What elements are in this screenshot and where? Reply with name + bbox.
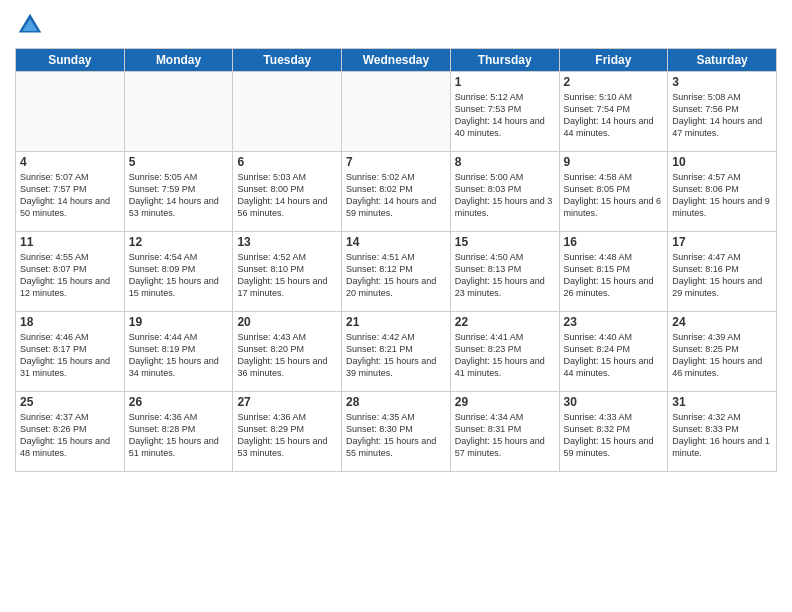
weekday-header-wednesday: Wednesday bbox=[342, 49, 451, 72]
cell-content: Sunrise: 4:58 AMSunset: 8:05 PMDaylight:… bbox=[564, 171, 664, 220]
day-number: 25 bbox=[20, 395, 120, 409]
calendar-cell-30: 30Sunrise: 4:33 AMSunset: 8:32 PMDayligh… bbox=[559, 392, 668, 472]
day-number: 9 bbox=[564, 155, 664, 169]
cell-content: Sunrise: 4:46 AMSunset: 8:17 PMDaylight:… bbox=[20, 331, 120, 380]
day-number: 10 bbox=[672, 155, 772, 169]
weekday-header-sunday: Sunday bbox=[16, 49, 125, 72]
calendar-cell-empty bbox=[124, 72, 233, 152]
calendar-cell-13: 13Sunrise: 4:52 AMSunset: 8:10 PMDayligh… bbox=[233, 232, 342, 312]
cell-content: Sunrise: 4:32 AMSunset: 8:33 PMDaylight:… bbox=[672, 411, 772, 460]
calendar-cell-19: 19Sunrise: 4:44 AMSunset: 8:19 PMDayligh… bbox=[124, 312, 233, 392]
weekday-header-tuesday: Tuesday bbox=[233, 49, 342, 72]
day-number: 28 bbox=[346, 395, 446, 409]
calendar-cell-1: 1Sunrise: 5:12 AMSunset: 7:53 PMDaylight… bbox=[450, 72, 559, 152]
calendar-cell-3: 3Sunrise: 5:08 AMSunset: 7:56 PMDaylight… bbox=[668, 72, 777, 152]
weekday-header-thursday: Thursday bbox=[450, 49, 559, 72]
cell-content: Sunrise: 4:54 AMSunset: 8:09 PMDaylight:… bbox=[129, 251, 229, 300]
cell-content: Sunrise: 4:37 AMSunset: 8:26 PMDaylight:… bbox=[20, 411, 120, 460]
day-number: 1 bbox=[455, 75, 555, 89]
calendar-row-0: 1Sunrise: 5:12 AMSunset: 7:53 PMDaylight… bbox=[16, 72, 777, 152]
calendar-cell-16: 16Sunrise: 4:48 AMSunset: 8:15 PMDayligh… bbox=[559, 232, 668, 312]
cell-content: Sunrise: 5:07 AMSunset: 7:57 PMDaylight:… bbox=[20, 171, 120, 220]
cell-content: Sunrise: 4:41 AMSunset: 8:23 PMDaylight:… bbox=[455, 331, 555, 380]
day-number: 26 bbox=[129, 395, 229, 409]
cell-content: Sunrise: 4:52 AMSunset: 8:10 PMDaylight:… bbox=[237, 251, 337, 300]
cell-content: Sunrise: 4:55 AMSunset: 8:07 PMDaylight:… bbox=[20, 251, 120, 300]
calendar-cell-25: 25Sunrise: 4:37 AMSunset: 8:26 PMDayligh… bbox=[16, 392, 125, 472]
day-number: 6 bbox=[237, 155, 337, 169]
calendar-cell-14: 14Sunrise: 4:51 AMSunset: 8:12 PMDayligh… bbox=[342, 232, 451, 312]
cell-content: Sunrise: 4:40 AMSunset: 8:24 PMDaylight:… bbox=[564, 331, 664, 380]
calendar-cell-31: 31Sunrise: 4:32 AMSunset: 8:33 PMDayligh… bbox=[668, 392, 777, 472]
day-number: 5 bbox=[129, 155, 229, 169]
day-number: 24 bbox=[672, 315, 772, 329]
logo-icon bbox=[15, 10, 45, 40]
calendar-cell-7: 7Sunrise: 5:02 AMSunset: 8:02 PMDaylight… bbox=[342, 152, 451, 232]
cell-content: Sunrise: 5:00 AMSunset: 8:03 PMDaylight:… bbox=[455, 171, 555, 220]
calendar-cell-8: 8Sunrise: 5:00 AMSunset: 8:03 PMDaylight… bbox=[450, 152, 559, 232]
calendar-cell-12: 12Sunrise: 4:54 AMSunset: 8:09 PMDayligh… bbox=[124, 232, 233, 312]
cell-content: Sunrise: 5:08 AMSunset: 7:56 PMDaylight:… bbox=[672, 91, 772, 140]
day-number: 2 bbox=[564, 75, 664, 89]
calendar-cell-2: 2Sunrise: 5:10 AMSunset: 7:54 PMDaylight… bbox=[559, 72, 668, 152]
day-number: 20 bbox=[237, 315, 337, 329]
cell-content: Sunrise: 4:39 AMSunset: 8:25 PMDaylight:… bbox=[672, 331, 772, 380]
day-number: 22 bbox=[455, 315, 555, 329]
calendar-cell-17: 17Sunrise: 4:47 AMSunset: 8:16 PMDayligh… bbox=[668, 232, 777, 312]
day-number: 29 bbox=[455, 395, 555, 409]
day-number: 18 bbox=[20, 315, 120, 329]
day-number: 23 bbox=[564, 315, 664, 329]
day-number: 12 bbox=[129, 235, 229, 249]
weekday-header-saturday: Saturday bbox=[668, 49, 777, 72]
day-number: 11 bbox=[20, 235, 120, 249]
calendar-cell-23: 23Sunrise: 4:40 AMSunset: 8:24 PMDayligh… bbox=[559, 312, 668, 392]
weekday-header-monday: Monday bbox=[124, 49, 233, 72]
calendar-cell-29: 29Sunrise: 4:34 AMSunset: 8:31 PMDayligh… bbox=[450, 392, 559, 472]
calendar-cell-empty bbox=[342, 72, 451, 152]
cell-content: Sunrise: 4:34 AMSunset: 8:31 PMDaylight:… bbox=[455, 411, 555, 460]
calendar-cell-11: 11Sunrise: 4:55 AMSunset: 8:07 PMDayligh… bbox=[16, 232, 125, 312]
day-number: 7 bbox=[346, 155, 446, 169]
calendar-table: SundayMondayTuesdayWednesdayThursdayFrid… bbox=[15, 48, 777, 472]
calendar-cell-22: 22Sunrise: 4:41 AMSunset: 8:23 PMDayligh… bbox=[450, 312, 559, 392]
calendar-cell-empty bbox=[233, 72, 342, 152]
cell-content: Sunrise: 4:42 AMSunset: 8:21 PMDaylight:… bbox=[346, 331, 446, 380]
calendar-cell-9: 9Sunrise: 4:58 AMSunset: 8:05 PMDaylight… bbox=[559, 152, 668, 232]
cell-content: Sunrise: 5:12 AMSunset: 7:53 PMDaylight:… bbox=[455, 91, 555, 140]
cell-content: Sunrise: 4:36 AMSunset: 8:28 PMDaylight:… bbox=[129, 411, 229, 460]
day-number: 14 bbox=[346, 235, 446, 249]
calendar-cell-15: 15Sunrise: 4:50 AMSunset: 8:13 PMDayligh… bbox=[450, 232, 559, 312]
calendar-row-4: 25Sunrise: 4:37 AMSunset: 8:26 PMDayligh… bbox=[16, 392, 777, 472]
day-number: 8 bbox=[455, 155, 555, 169]
day-number: 17 bbox=[672, 235, 772, 249]
calendar-cell-18: 18Sunrise: 4:46 AMSunset: 8:17 PMDayligh… bbox=[16, 312, 125, 392]
day-number: 19 bbox=[129, 315, 229, 329]
cell-content: Sunrise: 4:36 AMSunset: 8:29 PMDaylight:… bbox=[237, 411, 337, 460]
day-number: 27 bbox=[237, 395, 337, 409]
cell-content: Sunrise: 4:33 AMSunset: 8:32 PMDaylight:… bbox=[564, 411, 664, 460]
calendar-cell-5: 5Sunrise: 5:05 AMSunset: 7:59 PMDaylight… bbox=[124, 152, 233, 232]
calendar-cell-28: 28Sunrise: 4:35 AMSunset: 8:30 PMDayligh… bbox=[342, 392, 451, 472]
calendar-row-3: 18Sunrise: 4:46 AMSunset: 8:17 PMDayligh… bbox=[16, 312, 777, 392]
calendar-cell-4: 4Sunrise: 5:07 AMSunset: 7:57 PMDaylight… bbox=[16, 152, 125, 232]
weekday-header-friday: Friday bbox=[559, 49, 668, 72]
cell-content: Sunrise: 4:51 AMSunset: 8:12 PMDaylight:… bbox=[346, 251, 446, 300]
cell-content: Sunrise: 4:44 AMSunset: 8:19 PMDaylight:… bbox=[129, 331, 229, 380]
header bbox=[15, 10, 777, 40]
calendar-cell-6: 6Sunrise: 5:03 AMSunset: 8:00 PMDaylight… bbox=[233, 152, 342, 232]
calendar-cell-27: 27Sunrise: 4:36 AMSunset: 8:29 PMDayligh… bbox=[233, 392, 342, 472]
cell-content: Sunrise: 4:47 AMSunset: 8:16 PMDaylight:… bbox=[672, 251, 772, 300]
cell-content: Sunrise: 4:43 AMSunset: 8:20 PMDaylight:… bbox=[237, 331, 337, 380]
day-number: 31 bbox=[672, 395, 772, 409]
calendar-cell-24: 24Sunrise: 4:39 AMSunset: 8:25 PMDayligh… bbox=[668, 312, 777, 392]
calendar-cell-26: 26Sunrise: 4:36 AMSunset: 8:28 PMDayligh… bbox=[124, 392, 233, 472]
cell-content: Sunrise: 5:03 AMSunset: 8:00 PMDaylight:… bbox=[237, 171, 337, 220]
cell-content: Sunrise: 5:10 AMSunset: 7:54 PMDaylight:… bbox=[564, 91, 664, 140]
day-number: 30 bbox=[564, 395, 664, 409]
calendar-cell-20: 20Sunrise: 4:43 AMSunset: 8:20 PMDayligh… bbox=[233, 312, 342, 392]
calendar-cell-21: 21Sunrise: 4:42 AMSunset: 8:21 PMDayligh… bbox=[342, 312, 451, 392]
day-number: 16 bbox=[564, 235, 664, 249]
cell-content: Sunrise: 5:02 AMSunset: 8:02 PMDaylight:… bbox=[346, 171, 446, 220]
cell-content: Sunrise: 5:05 AMSunset: 7:59 PMDaylight:… bbox=[129, 171, 229, 220]
logo bbox=[15, 10, 47, 40]
